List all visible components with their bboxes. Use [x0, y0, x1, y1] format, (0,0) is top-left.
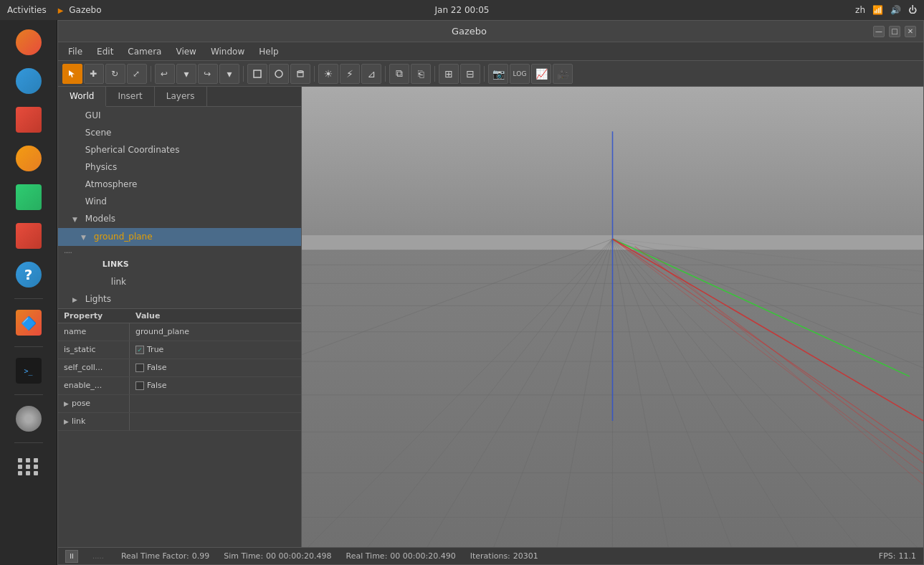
- close-button[interactable]: ✕: [905, 26, 916, 37]
- tree-ground-plane[interactable]: ground_plane: [58, 228, 301, 246]
- taskbar-store[interactable]: [11, 218, 47, 254]
- prop-row-link[interactable]: ▶link: [58, 413, 301, 431]
- magnet-button[interactable]: ⊟: [460, 64, 480, 84]
- prop-pose-key: ▶pose: [58, 395, 130, 412]
- prop-pose-value: [130, 395, 301, 412]
- svg-text:↻: ↻: [111, 69, 118, 79]
- music-icon: [16, 146, 42, 171]
- self-coll-checkbox[interactable]: [135, 364, 144, 372]
- screenshot-button[interactable]: 📷: [488, 64, 508, 84]
- spot-light-button[interactable]: ⊿: [361, 64, 381, 84]
- menu-window[interactable]: Window: [205, 44, 250, 59]
- menu-camera[interactable]: Camera: [122, 44, 167, 59]
- tree-gui[interactable]: GUI: [58, 107, 301, 124]
- fps-label: FPS:: [879, 551, 896, 561]
- graph-button[interactable]: 📈: [531, 64, 551, 84]
- svg-rect-5: [254, 70, 261, 77]
- enable-checkbox[interactable]: [135, 381, 144, 390]
- thunderbird-icon: [16, 68, 42, 94]
- taskbar-help[interactable]: ?: [11, 257, 47, 293]
- volume-icon: 🔊: [890, 5, 901, 15]
- iterations-label: Iterations:: [470, 551, 510, 561]
- undo-button[interactable]: ↩: [155, 64, 175, 84]
- taskbar-music[interactable]: [11, 141, 47, 176]
- tab-insert[interactable]: Insert: [106, 87, 154, 106]
- log-button[interactable]: LOG: [510, 64, 530, 84]
- rotate-tool-button[interactable]: ↻: [105, 64, 125, 84]
- app-indicator: ▶ Gazebo: [58, 5, 102, 15]
- files-icon: [16, 107, 42, 133]
- menu-help[interactable]: Help: [253, 44, 284, 59]
- prop-enable-key: enable_...: [58, 377, 130, 394]
- apps-grid-icon: [16, 454, 42, 480]
- title-bar: Gazebo — □ ✕: [58, 21, 923, 42]
- tree-models[interactable]: Models: [58, 210, 301, 228]
- tree-atmosphere[interactable]: Atmosphere: [58, 176, 301, 193]
- taskbar-thunderbird[interactable]: [11, 63, 47, 99]
- translate-tool-button[interactable]: ✚: [84, 64, 104, 84]
- scale-tool-button[interactable]: ⤢: [127, 64, 147, 84]
- iterations-value: 20301: [513, 551, 538, 561]
- copy-button[interactable]: ⧉: [389, 64, 409, 84]
- separator5: [434, 66, 435, 82]
- tree-links[interactable]: LINKS: [58, 255, 301, 273]
- prop-enable-value[interactable]: False: [130, 377, 301, 394]
- minimize-button[interactable]: —: [873, 26, 885, 37]
- maximize-button[interactable]: □: [889, 26, 900, 37]
- redo-more-button[interactable]: ▾: [219, 64, 239, 84]
- cylinder-tool-button[interactable]: [290, 64, 310, 84]
- taskbar-files[interactable]: [11, 102, 47, 138]
- is-static-checkbox[interactable]: ✓: [135, 346, 144, 354]
- menu-file[interactable]: File: [62, 44, 88, 59]
- paste-button[interactable]: ⎗: [411, 64, 431, 84]
- prop-row-is-static[interactable]: is_static ✓ True: [58, 341, 301, 359]
- real-time-label: Real Time:: [346, 551, 388, 561]
- taskbar-terminal[interactable]: >_: [11, 353, 47, 389]
- taskbar-layered[interactable]: 🔷: [11, 305, 47, 341]
- box-tool-button[interactable]: [247, 64, 267, 84]
- pause-button[interactable]: ⏸: [65, 550, 78, 563]
- taskbar-dvd[interactable]: [11, 401, 47, 437]
- tree-physics[interactable]: Physics: [58, 158, 301, 176]
- taskbar-apps[interactable]: [11, 449, 47, 485]
- tree-scene[interactable]: Scene: [58, 124, 301, 141]
- sphere-tool-button[interactable]: [269, 64, 289, 84]
- dir-light-button[interactable]: ⚡: [340, 64, 360, 84]
- align-button[interactable]: ⊞: [439, 64, 459, 84]
- window-title: Gazebo: [65, 26, 873, 37]
- activities-label[interactable]: Activities: [7, 5, 47, 15]
- taskbar-writer[interactable]: [11, 179, 47, 215]
- tree-link-item[interactable]: link: [58, 273, 301, 290]
- undo-more-button[interactable]: ▾: [176, 64, 196, 84]
- real-time-factor-item: Real Time Factor: 0.99: [121, 551, 209, 561]
- writer-icon: [16, 184, 42, 210]
- window-controls: — □ ✕: [873, 26, 916, 37]
- property-col-header: Property: [64, 311, 135, 321]
- viewport[interactable]: [302, 87, 923, 547]
- video-button[interactable]: 🎥: [553, 64, 573, 84]
- tab-layers[interactable]: Layers: [155, 87, 207, 106]
- prop-row-self-coll[interactable]: self_coll... False: [58, 359, 301, 377]
- menu-view[interactable]: View: [170, 44, 201, 59]
- svg-text:↩: ↩: [161, 69, 168, 79]
- prop-self-coll-value[interactable]: False: [130, 359, 301, 376]
- taskbar: ? 🔷 >_: [0, 20, 57, 565]
- tab-world[interactable]: World: [58, 87, 106, 107]
- tree-spherical-coordinates[interactable]: Spherical Coordinates: [58, 141, 301, 158]
- prop-row-enable[interactable]: enable_... False: [58, 377, 301, 395]
- menu-edit[interactable]: Edit: [91, 44, 119, 59]
- terminal-icon: >_: [16, 358, 42, 384]
- taskbar-firefox[interactable]: [11, 24, 47, 60]
- prop-row-pose[interactable]: ▶pose: [58, 395, 301, 413]
- real-time-value: 00 00:00:20.490: [390, 551, 455, 561]
- tree-wind[interactable]: Wind: [58, 193, 301, 210]
- point-light-button[interactable]: ☀: [318, 64, 338, 84]
- prop-link-key: ▶link: [58, 413, 130, 430]
- prop-is-static-value[interactable]: ✓ True: [130, 341, 301, 359]
- redo-button[interactable]: ↪: [198, 64, 218, 84]
- select-tool-button[interactable]: [62, 64, 82, 84]
- real-time-factor-label: Real Time Factor:: [121, 551, 189, 561]
- taskbar-separator3: [14, 394, 43, 395]
- tree-lights[interactable]: Lights: [58, 290, 301, 308]
- prop-row-name[interactable]: name ground_plane: [58, 323, 301, 341]
